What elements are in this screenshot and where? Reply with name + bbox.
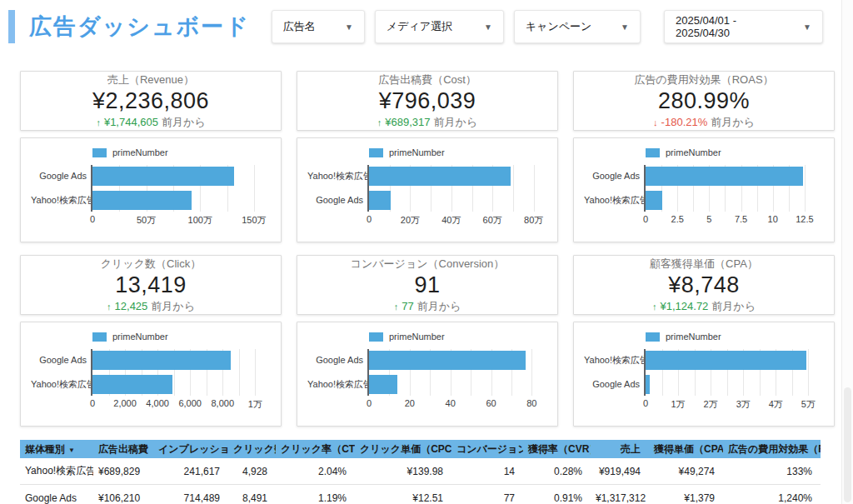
column-header-label: インプレッション	[158, 443, 228, 455]
bar[interactable]	[646, 167, 803, 186]
chart-legend: primeNumber	[92, 147, 267, 157]
chart-area: Google AdsYahoo!検索広告	[31, 349, 267, 396]
bar[interactable]	[646, 375, 650, 394]
column-header[interactable]: 獲得率（CVR）	[523, 440, 591, 458]
x-tick-label: 100万	[188, 214, 212, 227]
bar-row	[369, 191, 544, 210]
delta-suffix: 前月から	[151, 299, 195, 314]
bar[interactable]	[92, 351, 231, 370]
x-tick-label: 6,000	[178, 398, 202, 408]
column-header-label: 獲得単価（CPA）	[654, 443, 723, 455]
kpi-card: 顧客獲得単価（CPA） ¥8,748 ↑ ¥1,124.72 前月から	[573, 255, 835, 315]
x-axis-labels: 020406080	[369, 398, 544, 412]
category-label: Yahoo!検索広告	[584, 351, 644, 370]
x-tick-label: 0	[90, 214, 95, 224]
kpi-value: ¥796,039	[379, 88, 476, 114]
x-tick-label: 20万	[401, 214, 420, 227]
column-header-label: 売上	[621, 443, 641, 455]
chart-area: Google AdsYahoo!検索広告	[584, 165, 821, 212]
x-tick-label: 0	[643, 398, 648, 408]
filter-ad-name[interactable]: 広告名 ▼	[272, 10, 365, 43]
table-cell: ¥106,210	[93, 485, 153, 504]
column-header-label: 広告出稿費	[98, 443, 148, 455]
filter-bar: 広告名 ▼ メディア選択 ▼ キャンペーン ▼ 2025/04/01 - 202…	[272, 10, 823, 43]
x-tick-label: 150万	[242, 214, 266, 227]
table-cell: 241,617	[153, 458, 228, 485]
delta-up-icon: ↑	[96, 117, 101, 127]
x-tick-label: 40万	[441, 214, 461, 227]
column-header[interactable]: クリック数	[228, 440, 276, 458]
category-labels: Google AdsYahoo!検索広告	[584, 165, 644, 212]
bar-chart-card: primeNumber Yahoo!検索広告Google Ads 01万2万3万…	[573, 322, 835, 427]
legend-swatch	[92, 148, 107, 157]
chart-area: Google AdsYahoo!検索広告	[307, 349, 544, 396]
column-header[interactable]: 獲得単価（CPA）	[649, 440, 723, 458]
vertical-scrollbar-track[interactable]	[841, 0, 853, 504]
kpi-value: 91	[414, 272, 440, 298]
legend-label: primeNumber	[666, 147, 721, 157]
chart-area: Google AdsYahoo!検索広告	[31, 165, 267, 212]
bar[interactable]	[92, 375, 172, 394]
bar[interactable]	[369, 351, 526, 370]
table-cell: 1,240%	[723, 485, 821, 504]
chart-legend: primeNumber	[369, 332, 544, 342]
column-header[interactable]: 広告出稿費	[93, 440, 153, 458]
table-cell: ¥919,494	[591, 458, 649, 485]
legend-swatch	[92, 332, 107, 342]
x-tick-label: 40	[446, 398, 456, 408]
table-row: Google Ads¥106,210714,4898,4911.19%¥12.5…	[20, 485, 821, 504]
bar[interactable]	[369, 191, 391, 210]
column-header-label: クリック数	[233, 443, 276, 455]
bar[interactable]	[92, 191, 192, 210]
plot	[91, 165, 267, 212]
kpi-value: 13,419	[115, 272, 187, 298]
vertical-scrollbar-thumb[interactable]	[844, 387, 851, 502]
date-range-picker[interactable]: 2025/04/01 - 2025/04/30 ▼	[664, 10, 823, 43]
bar-chart-card: primeNumber Google AdsYahoo!検索広告 0204060…	[297, 322, 558, 427]
bar[interactable]	[92, 167, 234, 186]
column-header[interactable]: クリック単価（CPC）	[355, 440, 451, 458]
column-header[interactable]: クリック率（CTR）	[276, 440, 355, 458]
cards-grid: 売上（Revenue） ¥2,236,806 ↑ ¥1,744,605 前月から…	[0, 71, 853, 427]
filter-media-select[interactable]: メディア選択 ▼	[375, 10, 504, 43]
x-tick-label: 7.5	[735, 214, 747, 224]
x-tick-label: 4,000	[146, 398, 169, 408]
table-cell: Google Ads	[20, 485, 93, 504]
kpi-title: 売上（Revenue）	[107, 72, 194, 87]
category-labels: Google AdsYahoo!検索広告	[31, 165, 91, 212]
legend-swatch	[369, 332, 383, 342]
column-header[interactable]: インプレッション	[153, 440, 228, 458]
column-header[interactable]: 売上	[591, 440, 649, 458]
column-header-label: コンバージョン	[456, 443, 523, 455]
category-label: Yahoo!検索広告	[584, 191, 644, 210]
legend-label: primeNumber	[666, 332, 721, 342]
column-header[interactable]: 広告の費用対効果（ROAS）	[723, 440, 821, 458]
bar[interactable]	[646, 351, 806, 370]
filter-campaign[interactable]: キャンペーン ▼	[514, 10, 641, 43]
table-cell: 0.28%	[523, 458, 591, 485]
plot	[91, 349, 267, 396]
category-labels: Google AdsYahoo!検索広告	[31, 349, 91, 396]
bar[interactable]	[369, 375, 397, 394]
plot	[644, 349, 821, 396]
bar[interactable]	[646, 191, 662, 210]
kpi-delta: ↑ ¥689,317 前月から	[377, 115, 477, 130]
x-tick-label: 3万	[736, 398, 751, 411]
plot	[367, 349, 544, 396]
bar[interactable]	[369, 167, 511, 186]
dashboard-cell: クリック数（Click） 13,419 ↑ 12,425 前月から primeN…	[20, 255, 282, 427]
kpi-value: ¥2,236,806	[92, 88, 209, 114]
kpi-value: 280.99%	[658, 88, 750, 114]
x-tick-label: 5	[706, 214, 711, 224]
dashboard-cell: 広告出稿費（Cost） ¥796,039 ↑ ¥689,317 前月から pri…	[297, 71, 558, 242]
plot	[644, 165, 821, 212]
column-header[interactable]: コンバージョン	[451, 440, 523, 458]
x-tick-label: 50万	[137, 214, 156, 227]
bar-row	[646, 351, 821, 370]
table-cell: 133%	[723, 458, 821, 485]
column-header[interactable]: 媒体種別▼	[20, 440, 93, 458]
x-tick-label: 0	[643, 214, 648, 224]
category-label: Yahoo!検索広告	[307, 167, 367, 186]
bar-chart-card: primeNumber Google AdsYahoo!検索広告 02.557.…	[573, 137, 835, 242]
column-header-label: クリック単価（CPC）	[360, 443, 451, 455]
